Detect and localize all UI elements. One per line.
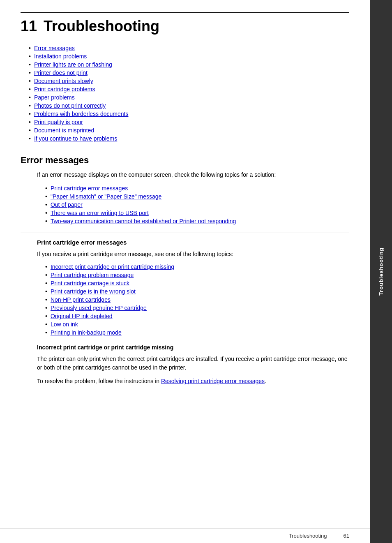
em-link-two-way[interactable]: Two-way communication cannot be establis… — [51, 218, 236, 224]
em-item-paper-mismatch: "Paper Mismatch" or "Paper Size" message — [45, 193, 349, 200]
ce-link-ink-backup[interactable]: Printing in ink-backup mode — [51, 329, 122, 336]
em-item-cartridge-error: Print cartridge error messages — [45, 185, 349, 192]
ce-item-low-ink: Low on ink — [45, 321, 349, 328]
ce-item-depleted: Original HP ink depleted — [45, 313, 349, 319]
em-item-out-of-paper: Out of paper — [45, 201, 349, 208]
toc-item-cartridge-problems: Print cartridge problems — [29, 86, 349, 92]
toc-item-continue: If you continue to have problems — [29, 135, 349, 142]
ce-item-incorrect: Incorrect print cartridge or print cartr… — [45, 263, 349, 270]
toc-link-paper-problems[interactable]: Paper problems — [34, 94, 75, 101]
toc-link-photos[interactable]: Photos do not print correctly — [34, 102, 106, 109]
toc-link-misprinted[interactable]: Document is misprinted — [34, 127, 94, 134]
ce-item-stuck: Print cartridge carriage is stuck — [45, 280, 349, 287]
resolving-link[interactable]: Resolving print cartridge error messages — [161, 378, 265, 384]
toc-link-continue[interactable]: If you continue to have problems — [34, 135, 117, 142]
ce-item-problem: Print cartridge problem message — [45, 272, 349, 278]
toc-item-print-quality: Print quality is poor — [29, 119, 349, 125]
toc-item-error-messages: Error messages — [29, 45, 349, 51]
cartridge-error-list: Incorrect print cartridge or print cartr… — [45, 263, 349, 336]
chapter-title: 11Troubleshooting — [21, 17, 349, 35]
chapter-number: 11 — [21, 18, 37, 35]
toc-link-error-messages[interactable]: Error messages — [34, 45, 75, 51]
ce-link-incorrect[interactable]: Incorrect print cartridge or print cartr… — [51, 263, 174, 270]
toc-link-printer-not-print[interactable]: Printer does not print — [34, 69, 88, 76]
em-link-paper-mismatch[interactable]: "Paper Mismatch" or "Paper Size" message — [51, 193, 161, 200]
toc-item-doc-prints-slowly: Document prints slowly — [29, 78, 349, 84]
toc-item-photos: Photos do not print correctly — [29, 102, 349, 109]
incorrect-cartridge-para2: To resolve the problem, follow the instr… — [37, 377, 349, 386]
toc-list: Error messages Installation problems Pri… — [21, 45, 349, 142]
cartridge-error-heading: Print cartridge error messages — [37, 239, 349, 246]
error-messages-heading: Error messages — [21, 155, 349, 166]
toc-item-borderless: Problems with borderless documents — [29, 111, 349, 117]
ce-item-ink-backup: Printing in ink-backup mode — [45, 329, 349, 336]
ce-item-prev-used: Previously used genuine HP cartridge — [45, 305, 349, 311]
ce-link-problem[interactable]: Print cartridge problem message — [51, 272, 134, 278]
error-messages-list: Print cartridge error messages "Paper Mi… — [45, 185, 349, 224]
ce-link-stuck[interactable]: Print cartridge carriage is stuck — [51, 280, 129, 287]
sidebar-tab: Troubleshooting — [370, 0, 392, 543]
toc-link-borderless[interactable]: Problems with borderless documents — [34, 111, 129, 117]
toc-item-installation: Installation problems — [29, 53, 349, 60]
toc-item-printer-lights: Printer lights are on or flashing — [29, 61, 349, 68]
ce-link-prev-used[interactable]: Previously used genuine HP cartridge — [51, 305, 147, 311]
toc-link-doc-prints-slowly[interactable]: Document prints slowly — [34, 78, 93, 84]
toc-link-printer-lights[interactable]: Printer lights are on or flashing — [34, 61, 112, 68]
toc-link-installation[interactable]: Installation problems — [34, 53, 87, 60]
toc-link-print-quality[interactable]: Print quality is poor — [34, 119, 83, 125]
toc-item-misprinted: Document is misprinted — [29, 127, 349, 134]
ce-link-non-hp[interactable]: Non-HP print cartridges — [51, 296, 111, 303]
toc-link-cartridge-problems[interactable]: Print cartridge problems — [34, 86, 95, 92]
em-link-cartridge-error[interactable]: Print cartridge error messages — [51, 185, 128, 192]
top-rule — [21, 12, 349, 13]
toc-item-printer-not-print: Printer does not print — [29, 69, 349, 76]
em-link-usb-error[interactable]: There was an error writing to USB port — [51, 210, 149, 216]
ce-link-wrong-slot[interactable]: Print cartridge is in the wrong slot — [51, 288, 136, 295]
ce-item-non-hp: Non-HP print cartridges — [45, 296, 349, 303]
cartridge-error-intro: If you receive a print cartridge error m… — [37, 250, 349, 259]
ce-link-low-ink[interactable]: Low on ink — [51, 321, 78, 328]
error-messages-intro: If an error message displays on the comp… — [37, 171, 349, 179]
incorrect-cartridge-heading: Incorrect print cartridge or print cartr… — [37, 344, 349, 351]
page-footer: Troubleshooting 61 — [0, 528, 370, 543]
ce-item-wrong-slot: Print cartridge is in the wrong slot — [45, 288, 349, 295]
ce-link-depleted[interactable]: Original HP ink depleted — [51, 313, 113, 319]
incorrect-cartridge-para1: The printer can only print when the corr… — [37, 355, 349, 372]
section-divider-1 — [21, 233, 349, 233]
footer-section-label: Troubleshooting — [289, 533, 327, 539]
em-link-out-of-paper[interactable]: Out of paper — [51, 201, 83, 208]
em-item-usb-error: There was an error writing to USB port — [45, 210, 349, 216]
em-item-two-way: Two-way communication cannot be establis… — [45, 218, 349, 224]
toc-item-paper-problems: Paper problems — [29, 94, 349, 101]
footer-page-number: 61 — [344, 533, 349, 539]
